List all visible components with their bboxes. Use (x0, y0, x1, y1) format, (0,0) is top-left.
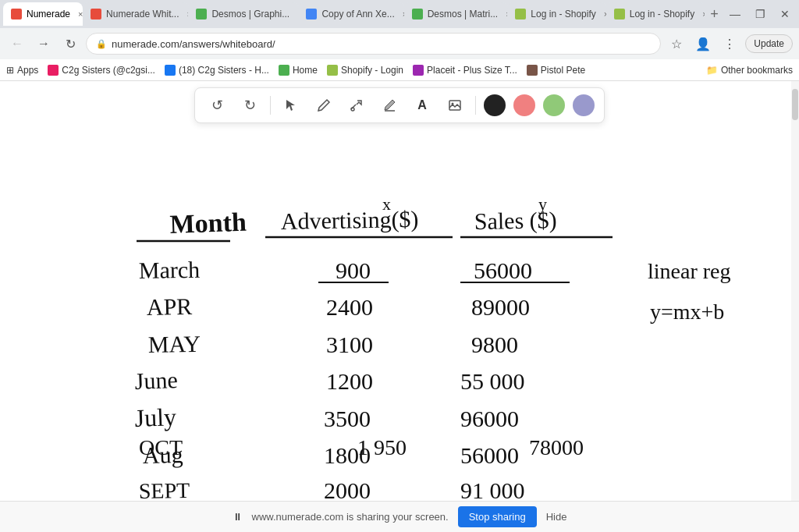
bookmarks-bar: ⊞ Apps C2g Sisters (@c2gsi... (18) C2g S… (0, 59, 799, 81)
svg-text:y=mx+b: y=mx+b (650, 300, 724, 324)
other-bookmarks[interactable]: 📁 Other bookmarks (706, 65, 793, 76)
tab-shopify2[interactable]: Log in - Shopify × (606, 2, 705, 26)
bookmark-favicon (279, 65, 289, 76)
color-black[interactable] (484, 94, 506, 116)
marker-tool-button[interactable] (377, 93, 402, 118)
svg-text:APR: APR (147, 293, 193, 320)
bookmark-placeit[interactable]: Placeit - Plus Size T... (413, 65, 517, 76)
minimize-button[interactable]: — (724, 3, 746, 25)
tab-favicon (412, 9, 423, 20)
address-bar: ← → ↻ 🔒 numerade.com/answers/whiteboard/… (0, 28, 799, 59)
svg-text:2000: 2000 (324, 477, 371, 501)
bookmark-shopify[interactable]: Shopify - Login (327, 65, 403, 76)
svg-text:July: July (134, 403, 177, 432)
tab-label: Copy of Ann Xe... (321, 9, 394, 20)
tab-favicon (614, 9, 625, 20)
svg-text:MAY: MAY (148, 331, 201, 357)
bookmark-favicon (327, 65, 338, 76)
tab-label: Log in - Shopify (630, 9, 694, 20)
svg-text:Advertising($): Advertising($) (281, 206, 419, 235)
tab-favicon (306, 9, 317, 20)
back-button[interactable]: ← (6, 33, 28, 55)
oct-sales: 78000 (529, 435, 584, 460)
tab-numerade[interactable]: Numerade × (3, 2, 83, 26)
bookmark-c2g-facebook[interactable]: (18) C2g Sisters - H... (165, 65, 269, 76)
svg-text:9800: 9800 (471, 332, 518, 357)
text-tool-button[interactable]: A (410, 93, 435, 118)
tab-label: Desmos | Graphi... (211, 9, 289, 20)
image-tool-button[interactable] (442, 93, 467, 118)
stop-sharing-button[interactable]: Stop sharing (458, 506, 537, 527)
url-bar[interactable]: 🔒 numerade.com/answers/whiteboard/ (86, 33, 661, 55)
oct-row: OCT 1 950 78000 (0, 435, 799, 460)
tab-desmos2[interactable]: Desmos | Matri... × (404, 2, 508, 26)
bookmark-label: Home (293, 65, 318, 76)
svg-text:Sales ($): Sales ($) (474, 207, 557, 235)
svg-text:1200: 1200 (326, 368, 373, 394)
refresh-button[interactable]: ↻ (59, 33, 81, 55)
svg-text:March: March (139, 257, 201, 283)
svg-text:June: June (134, 367, 178, 394)
bookmark-label: (18) C2g Sisters - H... (179, 65, 269, 76)
svg-text:SEPT: SEPT (139, 478, 190, 501)
tab-favicon (91, 9, 101, 20)
toolbar: ↺ ↻ A (194, 87, 605, 123)
svg-text:Month: Month (169, 207, 247, 239)
tab-numerade2[interactable]: Numerade Whit... × (83, 2, 188, 26)
new-tab-button[interactable]: + (705, 3, 724, 25)
svg-text:96000: 96000 (460, 406, 519, 431)
svg-text:3100: 3100 (326, 332, 373, 357)
redo-button[interactable]: ↻ (237, 93, 262, 118)
select-tool-button[interactable] (279, 93, 304, 118)
tab-desmos1[interactable]: Desmos | Graphi... × (188, 2, 298, 26)
sharing-bar-message: www.numerade.com is sharing your screen. (252, 511, 449, 523)
bookmark-label: Shopify - Login (341, 65, 403, 76)
tab-label: Numerade (27, 9, 70, 20)
oct-advertising: 1 950 (357, 435, 451, 460)
bookmark-favicon (527, 65, 538, 76)
toolbar-divider-2 (475, 96, 476, 115)
bookmark-favicon (165, 65, 176, 76)
bookmark-favicon (48, 65, 59, 76)
bookmark-label: C2g Sisters (@c2gsi... (62, 65, 155, 76)
tab-label: Numerade Whit... (106, 9, 179, 20)
tab-annxe[interactable]: Copy of Ann Xe... × (298, 2, 403, 26)
url-text: numerade.com/answers/whiteboard/ (112, 38, 651, 50)
svg-text:55 000: 55 000 (460, 368, 525, 394)
svg-point-0 (351, 108, 354, 111)
svg-point-3 (452, 103, 454, 105)
color-green[interactable] (543, 94, 565, 116)
apps-grid-icon: ⊞ (6, 65, 14, 76)
svg-text:56000: 56000 (474, 257, 532, 283)
window-controls: — ❐ ✕ (724, 3, 796, 25)
color-pink[interactable] (513, 94, 535, 116)
bookmark-button[interactable]: ☆ (666, 33, 687, 55)
svg-text:91 000: 91 000 (460, 477, 525, 501)
hide-button[interactable]: Hide (546, 511, 567, 523)
update-button[interactable]: Update (745, 34, 793, 53)
tab-shopify1[interactable]: Log in - Shopify × (507, 2, 605, 26)
pen-tool-button[interactable] (311, 93, 336, 118)
color-purple[interactable] (573, 94, 595, 116)
close-button[interactable]: ✕ (774, 3, 796, 25)
bookmark-c2g-instagram[interactable]: C2g Sisters (@c2gsi... (48, 65, 155, 76)
scrollbar-thumb[interactable] (792, 89, 798, 120)
svg-text:y: y (538, 194, 547, 214)
svg-text:x: x (382, 194, 391, 214)
svg-text:900: 900 (336, 257, 371, 283)
svg-text:89000: 89000 (471, 294, 530, 320)
extensions-button[interactable]: ⋮ (719, 33, 740, 55)
tab-label: Log in - Shopify (531, 9, 595, 20)
bookmark-pistolpete[interactable]: Pistol Pete (527, 65, 585, 76)
bookmark-home[interactable]: Home (279, 65, 318, 76)
browser-chrome: Numerade × Numerade Whit... × Desmos | G… (0, 0, 799, 81)
svg-text:3500: 3500 (324, 406, 371, 431)
profile-button[interactable]: 👤 (692, 33, 714, 55)
apps-bookmark[interactable]: ⊞ Apps (6, 65, 38, 76)
forward-button[interactable]: → (33, 33, 55, 55)
tools-button[interactable] (344, 93, 369, 118)
restore-button[interactable]: ❐ (749, 3, 771, 25)
lock-icon: 🔒 (96, 39, 107, 49)
undo-button[interactable]: ↺ (204, 93, 229, 118)
apps-label: Apps (17, 65, 38, 76)
